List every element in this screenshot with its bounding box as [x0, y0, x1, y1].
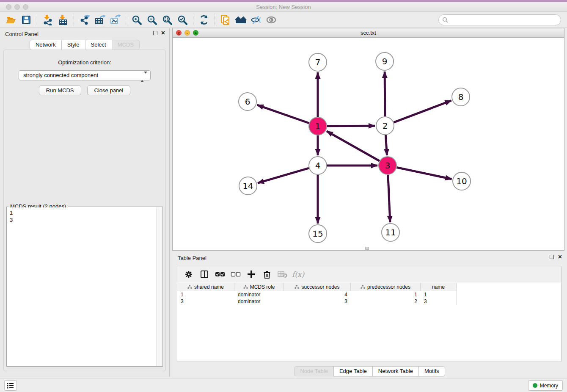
- function-builder-button[interactable]: f(x): [290, 268, 306, 281]
- edge-2-9[interactable]: [385, 72, 385, 116]
- tab-select[interactable]: Select: [85, 40, 112, 50]
- table-cell[interactable]: 1: [351, 291, 421, 298]
- refresh-button[interactable]: [196, 13, 212, 27]
- table-cell[interactable]: 4: [284, 291, 351, 298]
- node-label-9: 9: [382, 56, 388, 66]
- column-header-shared-name[interactable]: shared name: [177, 283, 234, 291]
- close-table-panel-icon[interactable]: ×: [558, 255, 562, 259]
- search-field[interactable]: [438, 14, 561, 25]
- zoom-in-icon: [131, 14, 142, 25]
- criterion-value: strongly connected component: [23, 72, 98, 78]
- select-all-checkboxes-button[interactable]: [212, 268, 228, 281]
- zoom-out-button[interactable]: [144, 13, 160, 27]
- import-network-button[interactable]: [40, 13, 55, 27]
- task-history-button[interactable]: [4, 380, 17, 391]
- table-row[interactable]: 1dominator411: [177, 291, 561, 298]
- tab-edge-table[interactable]: Edge Table: [333, 366, 373, 376]
- edge-3-1[interactable]: [327, 131, 380, 161]
- column-header-successor-nodes[interactable]: successor nodes: [284, 283, 351, 291]
- tab-style[interactable]: Style: [61, 40, 85, 50]
- criterion-dropdown[interactable]: strongly connected component: [19, 70, 151, 80]
- edge-4-14[interactable]: [258, 168, 309, 183]
- close-panel-button[interactable]: Close panel: [87, 86, 131, 95]
- control-panel-header: Control Panel ×: [0, 28, 169, 40]
- mcds-result-text[interactable]: 1 3: [7, 207, 156, 366]
- column-header-predecessor-nodes[interactable]: predecessor nodes: [351, 283, 421, 291]
- canvas-resize-handle[interactable]: [365, 247, 369, 250]
- tab-network-table[interactable]: Network Table: [372, 366, 419, 376]
- column-header-label: successor nodes: [301, 284, 339, 290]
- copy-network-button[interactable]: [218, 13, 233, 27]
- delete-table-button[interactable]: [275, 268, 290, 281]
- zoom-in-button[interactable]: [129, 13, 144, 27]
- column-header-MCDS-role[interactable]: MCDS role: [234, 283, 284, 291]
- zoom-selected-button[interactable]: [175, 13, 190, 27]
- search-input[interactable]: [451, 17, 557, 23]
- table-settings-button[interactable]: [181, 268, 196, 281]
- table-cell[interactable]: 1: [177, 291, 234, 298]
- node-label-10: 10: [456, 176, 467, 186]
- deselect-checkboxes-button[interactable]: [228, 268, 243, 281]
- table-panel-header: Table Panel ×: [172, 252, 567, 264]
- export-table-button[interactable]: [92, 13, 107, 27]
- table-row[interactable]: 3dominator323: [177, 298, 561, 305]
- edge-1-6[interactable]: [257, 105, 309, 123]
- close-panel-icon[interactable]: ×: [161, 31, 165, 35]
- node-label-7: 7: [315, 57, 321, 67]
- edge-2-3[interactable]: [385, 135, 387, 155]
- toolbar-separator: [37, 14, 37, 26]
- zoom-fit-icon: [162, 14, 173, 25]
- import-table-button[interactable]: [55, 13, 71, 27]
- split-columns-button[interactable]: [196, 268, 212, 281]
- node-label-1: 1: [315, 121, 321, 131]
- node-label-4: 4: [315, 160, 321, 171]
- float-panel-icon[interactable]: [153, 31, 157, 35]
- add-column-button[interactable]: [243, 268, 259, 281]
- table-cell[interactable]: 3: [421, 298, 457, 305]
- edge-1-2[interactable]: [327, 126, 375, 126]
- mcds-result-group: MCDS result (2 nodes) 1 3: [6, 207, 163, 367]
- column-header-name[interactable]: name: [421, 283, 457, 291]
- sort-hierarchy-icon: [361, 285, 365, 289]
- node-label-3: 3: [385, 160, 391, 171]
- table-cell[interactable]: dominator: [234, 298, 284, 305]
- export-image-button[interactable]: [107, 13, 123, 27]
- network-graph[interactable]: 1234678910111415: [173, 38, 564, 250]
- table-cell[interactable]: 1: [421, 291, 457, 298]
- table-cell[interactable]: 3: [284, 298, 351, 305]
- run-mcds-button[interactable]: Run MCDS: [39, 86, 81, 95]
- table-cell[interactable]: 3: [177, 298, 234, 305]
- tab-node-table[interactable]: Node Table: [294, 366, 334, 376]
- node-label-15: 15: [312, 229, 323, 239]
- zoom-selected-icon: [177, 14, 188, 25]
- refresh-icon: [198, 14, 209, 25]
- edge-3-11[interactable]: [388, 175, 390, 222]
- tab-network[interactable]: Network: [30, 40, 62, 50]
- memory-button[interactable]: Memory: [528, 380, 563, 391]
- save-session-button[interactable]: [19, 13, 34, 27]
- table-cell[interactable]: dominator: [234, 291, 284, 298]
- tab-motifs[interactable]: Motifs: [418, 366, 445, 376]
- float-table-panel-icon[interactable]: [550, 255, 554, 259]
- eye-slash-icon: [250, 15, 262, 25]
- zoom-fit-button[interactable]: [160, 13, 175, 27]
- table-toolbar: f(x): [177, 266, 561, 282]
- hide-graphics-button[interactable]: [248, 13, 264, 27]
- network-canvas[interactable]: 1234678910111415: [173, 38, 564, 250]
- delete-column-button[interactable]: [259, 268, 275, 281]
- home-view-button[interactable]: [233, 13, 248, 27]
- result-scrollbar[interactable]: [156, 207, 162, 366]
- main-toolbar: [0, 12, 567, 28]
- tab-mcds[interactable]: MCDS: [112, 40, 140, 50]
- gear-icon: [184, 270, 193, 279]
- edge-3-10[interactable]: [397, 168, 452, 179]
- edge-2-8[interactable]: [394, 101, 451, 123]
- checked-boxes-icon: [215, 271, 225, 277]
- show-graphics-button[interactable]: [264, 13, 279, 27]
- open-session-button[interactable]: [3, 13, 19, 27]
- table-cell[interactable]: 2: [351, 298, 421, 305]
- node-table-container: f(x) shared nameMCDS rolesuccessor nodes…: [177, 266, 561, 362]
- export-network-button[interactable]: [77, 13, 92, 27]
- vertical-splitter[interactable]: [169, 28, 172, 377]
- column-header-label: predecessor nodes: [367, 284, 410, 290]
